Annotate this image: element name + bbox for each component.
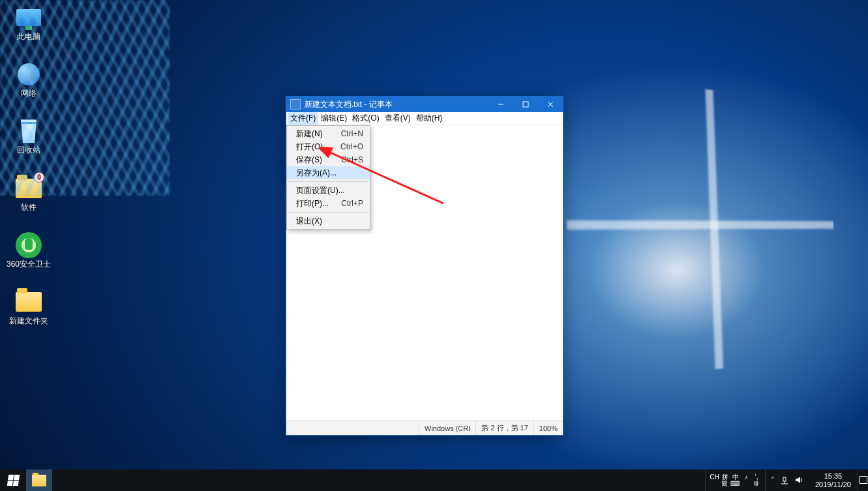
menu-item-shortcut: Ctrl+S [341,155,363,164]
desktop-icon-new-folder[interactable]: 新建文件夹 [4,288,53,325]
desktop-icon-software-folder[interactable]: 0 软件 [4,175,53,212]
clock-date: 2019/11/20 [815,481,851,488]
menu-bar: 文件(F) 编辑(E) 格式(O) 查看(V) 帮助(H) [286,112,563,125]
globe-icon [18,63,40,85]
window-title: 新建文本文档.txt - 记事本 [305,99,393,110]
desktop-icon-grid: 此电脑 网络 回收站 0 软件 360安全卫士 新建文件夹 [4,4,53,325]
ime-settings-icon: ⚙ [751,481,760,487]
file-menu-item[interactable]: 新建(N)Ctrl+N [287,127,370,140]
status-bar: Windows (CRI 第 2 行，第 17 100% [286,421,563,435]
ime-punct: ’, [752,474,761,481]
menu-edit[interactable]: 编辑(E) [318,112,350,125]
menu-item-label: 打开(O)... [296,141,329,153]
update-badge: 0 [34,172,44,183]
action-center-button[interactable] [858,469,868,491]
menu-item-label: 另存为(A)... [296,168,337,179]
desktop-icon-label: 此电脑 [17,33,40,41]
file-menu-item[interactable]: 另存为(A)... [287,166,370,179]
close-button[interactable] [538,97,563,112]
tray-volume-icon[interactable] [794,475,803,486]
menu-file[interactable]: 文件(F) [288,112,318,125]
ime-simplified: 简 [720,481,729,487]
start-button[interactable] [0,469,26,491]
menu-separator [288,181,368,182]
status-caret-position: 第 2 行，第 17 [475,421,533,435]
desktop[interactable]: 此电脑 网络 回收站 0 软件 360安全卫士 新建文件夹 新建文本文档.txt… [0,0,868,491]
desktop-icon-label: 回收站 [17,146,40,155]
file-menu-item[interactable]: 保存(S)Ctrl+S [287,153,370,166]
desktop-icon-label: 新建文件夹 [9,317,48,325]
recycle-bin-icon [19,119,38,143]
notepad-window[interactable]: 新建文本文档.txt - 记事本 文件(F) 编辑(E) 格式(O) 查看(V)… [286,96,563,436]
file-menu-item[interactable]: 打开(O)...Ctrl+O [287,140,370,153]
desktop-icon-label: 网络 [21,89,37,98]
notepad-app-icon [290,99,301,110]
menu-item-label: 新建(N) [296,128,323,140]
ime-keyboard-icon: ⌨ [730,481,740,487]
file-menu-item[interactable]: 退出(X) [287,215,370,228]
folder-icon: 0 [16,179,42,198]
taskbar-clock[interactable]: 15:35 2019/11/20 [809,472,858,488]
menu-view[interactable]: 查看(V) [382,112,413,125]
ime-sound-icon: ♪ [741,474,751,481]
tray-network-icon[interactable] [780,475,789,486]
360-icon [16,232,42,258]
desktop-icon-recycle-bin[interactable]: 回收站 [4,117,53,155]
desktop-icon-360[interactable]: 360安全卫士 [4,231,53,269]
menu-separator [288,212,368,213]
file-menu-dropdown: 新建(N)Ctrl+N打开(O)...Ctrl+O保存(S)Ctrl+S另存为(… [286,125,370,230]
desktop-icon-network[interactable]: 网络 [4,61,53,98]
menu-item-label: 保存(S) [296,155,322,166]
taskbar: CH 拼 中 ♪ ’, 简 ⌨ ⚙ ˄ [0,469,868,491]
svg-rect-1 [523,102,528,107]
ime-indicator[interactable]: CH 拼 中 ♪ ’, 简 ⌨ ⚙ [705,469,765,491]
desktop-icon-label: 360安全卫士 [7,260,51,269]
file-menu-item[interactable]: 页面设置(U)... [287,184,370,197]
menu-item-label: 页面设置(U)... [296,185,345,196]
ime-cn: 中 [731,474,740,481]
notification-icon [860,476,867,484]
window-titlebar[interactable]: 新建文本文档.txt - 记事本 [286,97,563,112]
pc-icon [16,9,41,26]
ime-mode: 拼 [721,474,730,481]
desktop-icon-label: 软件 [21,203,37,212]
system-tray: ˄ [766,475,809,486]
menu-item-shortcut: Ctrl+N [341,129,363,138]
file-explorer-icon [32,475,46,486]
menu-format[interactable]: 格式(O) [350,112,382,125]
desktop-icon-this-pc[interactable]: 此电脑 [4,4,53,41]
status-encoding: Windows (CRI [419,421,475,435]
ime-lang: CH [710,474,719,481]
menu-help[interactable]: 帮助(H) [413,112,445,125]
windows-logo-icon [7,475,19,486]
file-menu-item[interactable]: 打印(P)...Ctrl+P [287,197,370,210]
maximize-button[interactable] [513,97,538,112]
minimize-button[interactable] [488,97,513,112]
tray-overflow-chevron-icon[interactable]: ˄ [771,476,775,484]
svg-rect-5 [783,477,786,481]
folder-icon [16,292,42,312]
menu-item-shortcut: Ctrl+P [341,199,363,208]
taskbar-app-file-explorer[interactable] [26,469,52,491]
status-zoom: 100% [533,421,563,435]
clock-time: 15:35 [815,472,851,480]
menu-item-shortcut: Ctrl+O [340,142,363,151]
menu-item-label: 退出(X) [296,216,322,227]
svg-marker-8 [796,477,800,483]
menu-item-label: 打印(P)... [296,198,329,209]
